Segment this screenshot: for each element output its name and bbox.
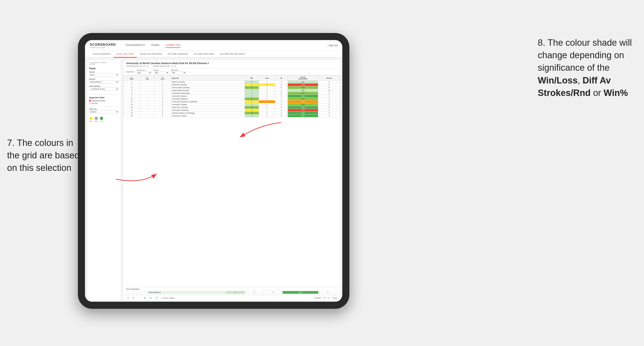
cell-reg: - bbox=[140, 98, 154, 100]
watch-button[interactable]: 👁 Watch ▾ bbox=[314, 297, 322, 299]
cell-rounds: 2 bbox=[318, 95, 340, 98]
cell-rank: 11 bbox=[124, 100, 140, 103]
tab-player-h2h-heatmap[interactable]: PLAYER H2H HEATMAP bbox=[217, 51, 248, 57]
cell-conf: 2 bbox=[154, 115, 170, 117]
annotation-right: 8. The colour shade will change dependin… bbox=[538, 36, 637, 99]
division-select[interactable]: NCAA Division I bbox=[89, 80, 119, 83]
cell-loss: 1 bbox=[259, 86, 275, 89]
out-of-division-table: NCAA Division II 1 0 0 26.00 3 bbox=[126, 291, 337, 294]
tab-team-h2h-grid[interactable]: TEAM H2H GRID bbox=[114, 51, 137, 58]
cell-rounds: 3 bbox=[318, 103, 340, 106]
cell-win: 1 bbox=[244, 103, 259, 106]
opponent-select[interactable]: (All) bbox=[171, 71, 186, 74]
cell-loss: 0 bbox=[259, 98, 275, 100]
cell-diff: 9.00 bbox=[288, 95, 318, 98]
col-loss: Loss bbox=[259, 76, 275, 81]
col-rounds: Rounds bbox=[318, 76, 340, 81]
cell-rounds: 9 bbox=[318, 106, 340, 109]
cell-reg: - bbox=[140, 89, 154, 92]
table-row: 13 - 1 Texas Tech University 3 0 0 5.56 … bbox=[124, 106, 340, 109]
redo-button[interactable]: ↻ bbox=[132, 296, 136, 300]
col-tie: Tie bbox=[275, 76, 288, 81]
crop-button[interactable]: ⊞ bbox=[143, 296, 147, 300]
cell-rank: 14 bbox=[124, 109, 140, 112]
col-opponent: Opponent bbox=[170, 76, 244, 81]
tab-team-summary[interactable]: TEAM SUMMARY bbox=[90, 51, 114, 57]
cell-rounds: 9 bbox=[318, 112, 340, 115]
nav-committee[interactable]: COMMITTEE bbox=[166, 43, 181, 48]
tab-player-summary[interactable]: PLAYER SUMMARY bbox=[165, 51, 191, 57]
cell-rank: 2 bbox=[124, 81, 140, 83]
undo-button[interactable]: ↺ bbox=[126, 296, 130, 300]
cell-conf: 5 bbox=[154, 98, 170, 100]
cell-diff: 5.56 bbox=[288, 106, 318, 109]
region-filter: Region (All) bbox=[154, 69, 169, 74]
cell-tie: 0 bbox=[275, 92, 288, 95]
cell-diff: -4.33 bbox=[288, 100, 318, 103]
cell-rounds: 8 bbox=[318, 83, 340, 86]
radio-opponents-played[interactable]: Opponents Played bbox=[89, 100, 119, 102]
gender-select[interactable]: Men's bbox=[89, 73, 119, 76]
cell-diff: -1.00 bbox=[288, 109, 318, 112]
nav-tournaments[interactable]: TOURNAMENTS bbox=[125, 43, 145, 48]
cell-loss: 2 bbox=[259, 89, 275, 92]
table-header-row: #Rank #Reg #Conf Opponent Win Loss Tie D… bbox=[124, 76, 340, 81]
cell-diff: 2.33 bbox=[288, 103, 318, 106]
cell-win: 3 bbox=[244, 98, 259, 100]
cell-tie: 0 bbox=[275, 106, 288, 109]
cell-tie: 0 bbox=[275, 81, 288, 83]
clock-button[interactable]: 🕐 bbox=[154, 296, 158, 300]
cell-rounds: 9 bbox=[318, 81, 340, 83]
colour-by-select[interactable]: Win/loss bbox=[89, 110, 119, 113]
conference-select[interactable]: (All) bbox=[136, 71, 152, 74]
legend-up-circle bbox=[100, 117, 103, 120]
timestamp: Last Updated: 27/03/2024 16:55:28 bbox=[89, 62, 119, 65]
colour-legend: Down Level Up bbox=[89, 117, 119, 122]
tab-team-h2h-heatmap[interactable]: TEAM H2H HEATMAP bbox=[137, 51, 165, 57]
cell-rounds: 3 bbox=[318, 92, 340, 95]
sign-out-button[interactable]: | Sign out bbox=[328, 44, 338, 47]
school-select[interactable]: 1. University of Nort... bbox=[89, 87, 119, 91]
logo: SCOREBOARD Powered by clippd bbox=[90, 42, 116, 48]
table-row: 2 - 1 Auburn University 2 1 0 1.67 9 bbox=[124, 81, 340, 83]
back-button[interactable]: ← bbox=[138, 296, 141, 300]
table-row: 12 - 3 University of Virginia 1 2 0 2.33… bbox=[124, 103, 340, 106]
cell-opponent: Texas Tech University bbox=[170, 106, 244, 109]
radio-dot-selected bbox=[89, 100, 91, 102]
division-label: Division bbox=[89, 78, 119, 80]
tab-player-h2h-grid[interactable]: PLAYER H2H GRID bbox=[191, 51, 217, 57]
cell-reg: - bbox=[140, 109, 154, 112]
cell-reg: - bbox=[140, 112, 154, 115]
nav-teams[interactable]: TEAMS bbox=[151, 43, 160, 48]
region-select[interactable]: (All) bbox=[154, 71, 169, 74]
cell-opponent: Auburn University bbox=[170, 81, 244, 83]
cell-diff: 6.62 bbox=[288, 115, 318, 117]
cell-loss: 0 bbox=[259, 112, 275, 115]
cell-tie: 0 bbox=[275, 112, 288, 115]
grid-button[interactable]: ⊟ bbox=[149, 296, 152, 300]
cell-opponent: Florida State University bbox=[170, 89, 244, 92]
cell-rank: 10 bbox=[124, 98, 140, 100]
cell-diff: -2.29 bbox=[288, 83, 318, 86]
legend-level-circle bbox=[95, 117, 98, 120]
tablet-device: SCOREBOARD Powered by clippd TOURNAMENTS… bbox=[78, 33, 350, 309]
cell-tie: 0 bbox=[275, 100, 288, 103]
cell-win: 0 bbox=[244, 100, 259, 103]
cell-rounds: 12 bbox=[318, 89, 340, 92]
cell-rank: 12 bbox=[124, 103, 140, 106]
cell-conf: 3 bbox=[154, 103, 170, 106]
share-button[interactable]: ↗ Share bbox=[331, 297, 337, 299]
comment-button[interactable]: 💬 bbox=[324, 297, 326, 299]
table-row: 16 - 2 University of Florida 3 1 0 6.62 … bbox=[124, 115, 340, 117]
school-label: School (Rank) bbox=[89, 85, 119, 87]
cell-reg: - bbox=[140, 86, 154, 89]
gender-label: Gender bbox=[89, 71, 119, 73]
cell-conf: 6 bbox=[154, 100, 170, 103]
expand-button[interactable]: ⊞ bbox=[328, 297, 329, 299]
cell-loss: 2 bbox=[259, 103, 275, 106]
legend-down-circle bbox=[89, 117, 92, 120]
cell-diff: 4.50 bbox=[288, 112, 318, 115]
cell-rounds: 3 bbox=[318, 109, 340, 112]
cell-diff: 1.67 bbox=[288, 81, 318, 83]
radio-top100[interactable]: Top 100 bbox=[89, 102, 119, 104]
